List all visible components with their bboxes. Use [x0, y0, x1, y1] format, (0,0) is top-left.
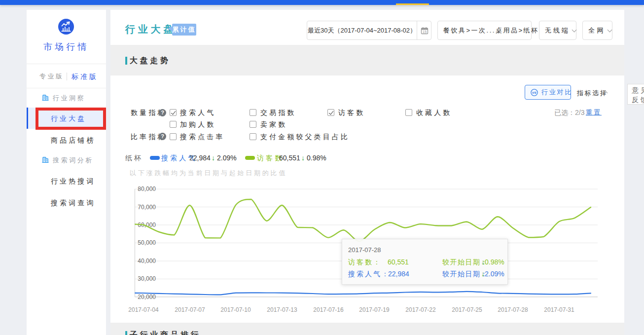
svg-text:2017-07-04: 2017-07-04 [128, 306, 159, 313]
svg-text:2017-07-28: 2017-07-28 [498, 306, 528, 313]
svg-text:2017-07-25: 2017-07-25 [452, 306, 482, 313]
svg-text:2017-07-10: 2017-07-10 [220, 306, 251, 313]
svg-text:80,000: 80,000 [138, 186, 156, 192]
svg-text:2017-07-31: 2017-07-31 [544, 306, 574, 313]
svg-text:20,000: 20,000 [138, 294, 156, 300]
svg-text:2017-07-19: 2017-07-19 [359, 306, 390, 313]
svg-text:30,000: 30,000 [138, 275, 156, 282]
svg-text:50,000: 50,000 [138, 239, 156, 246]
svg-text:70,000: 70,000 [138, 204, 156, 211]
svg-text:2017-07-22: 2017-07-22 [405, 306, 436, 313]
svg-text:40,000: 40,000 [138, 258, 156, 264]
svg-text:15: 15 [423, 30, 427, 34]
svg-text:2017-07-16: 2017-07-16 [313, 306, 344, 313]
svg-text:2017-07-13: 2017-07-13 [267, 306, 297, 313]
svg-text:vs: vs [532, 90, 537, 95]
svg-text:2017-07-07: 2017-07-07 [175, 306, 205, 313]
